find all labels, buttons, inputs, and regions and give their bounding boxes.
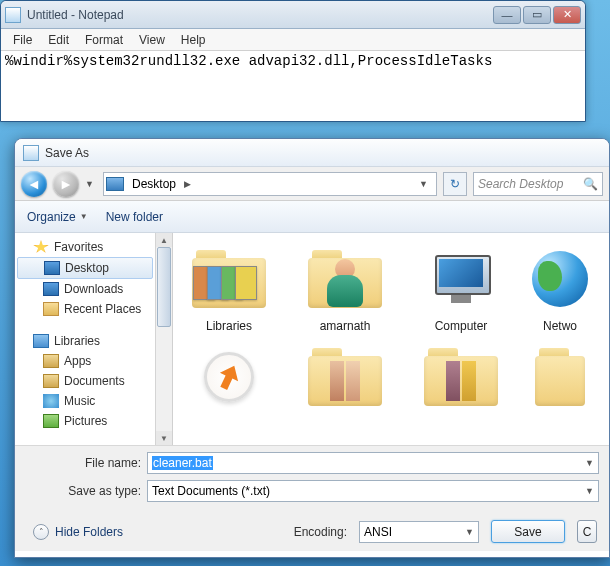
refresh-button[interactable]: ↻	[443, 172, 467, 196]
save-button[interactable]: Save	[491, 520, 565, 543]
new-folder-button[interactable]: New folder	[106, 210, 163, 224]
minimize-button[interactable]: —	[493, 6, 521, 24]
maximize-button[interactable]: ▭	[523, 6, 551, 24]
close-button[interactable]: ✕	[553, 6, 581, 24]
notepad-textarea[interactable]: %windir%system32rundll32.exe advapi32.dl…	[1, 51, 585, 121]
navigation-tree: Favorites Desktop Downloads Recent Place…	[15, 233, 173, 445]
navigation-bar: ◄ ► ▼ Desktop ▶ ▼ ↻ Search Desktop 🔍	[15, 167, 609, 201]
filename-label: File name:	[25, 456, 141, 470]
saveas-app-icon	[23, 145, 39, 161]
tree-item-downloads[interactable]: Downloads	[15, 279, 155, 299]
item-folder-2[interactable]	[409, 339, 513, 415]
recent-icon	[43, 302, 59, 316]
toolbar: Organize ▼ New folder	[15, 201, 609, 233]
downloads-icon	[43, 282, 59, 296]
savetype-combo[interactable]: Text Documents (*.txt) ▼	[147, 480, 599, 502]
breadcrumb-arrow-icon[interactable]: ▶	[182, 179, 193, 189]
search-placeholder: Search Desktop	[478, 177, 563, 191]
filename-input[interactable]: cleaner.bat ▼	[147, 452, 599, 474]
chevron-down-icon[interactable]: ▼	[585, 458, 594, 468]
star-icon	[33, 240, 49, 254]
menu-help[interactable]: Help	[173, 30, 214, 50]
scroll-thumb[interactable]	[157, 247, 171, 327]
chevron-down-icon[interactable]: ▼	[585, 486, 594, 496]
tree-favorites-header[interactable]: Favorites	[15, 237, 155, 257]
folder-icon	[424, 348, 498, 406]
hide-folders-button[interactable]: ˄ Hide Folders	[33, 524, 123, 540]
organize-label: Organize	[27, 210, 76, 224]
savetype-label: Save as type:	[25, 484, 141, 498]
tree-item-documents[interactable]: Documents	[15, 371, 155, 391]
new-folder-label: New folder	[106, 210, 163, 224]
item-folder-1[interactable]	[293, 339, 397, 415]
hide-folders-label: Hide Folders	[55, 525, 123, 539]
tree-scrollbar[interactable]: ▲ ▼	[155, 233, 172, 445]
scroll-down-icon[interactable]: ▼	[156, 431, 172, 445]
breadcrumb-bar[interactable]: Desktop ▶ ▼	[103, 172, 437, 196]
notepad-titlebar[interactable]: Untitled - Notepad — ▭ ✕	[1, 1, 585, 29]
encoding-value: ANSI	[364, 525, 392, 539]
search-icon: 🔍	[583, 177, 598, 191]
scroll-up-icon[interactable]: ▲	[156, 233, 172, 247]
folder-icon	[308, 348, 382, 406]
filename-value: cleaner.bat	[152, 456, 213, 470]
menu-view[interactable]: View	[131, 30, 173, 50]
folder-icon	[192, 250, 266, 308]
item-libraries[interactable]: Libraries	[177, 241, 281, 333]
item-network[interactable]: Netwo	[525, 241, 595, 333]
tree-item-pictures[interactable]: Pictures	[15, 411, 155, 431]
music-icon	[43, 394, 59, 408]
savetype-value: Text Documents (*.txt)	[152, 484, 270, 498]
notepad-menubar: File Edit Format View Help	[1, 29, 585, 51]
chevron-down-icon: ▼	[80, 212, 88, 221]
computer-icon	[431, 255, 491, 303]
history-dropdown-icon[interactable]: ▼	[85, 179, 97, 189]
menu-edit[interactable]: Edit	[40, 30, 77, 50]
dialog-bottom-bar: ˄ Hide Folders Encoding: ANSI ▼ Save C	[15, 512, 609, 551]
folder-icon	[535, 348, 585, 406]
organize-menu[interactable]: Organize ▼	[27, 210, 88, 224]
user-icon	[321, 259, 369, 307]
folder-icon	[308, 250, 382, 308]
saveas-body: Favorites Desktop Downloads Recent Place…	[15, 233, 609, 445]
encoding-combo[interactable]: ANSI ▼	[359, 521, 479, 543]
notepad-title: Untitled - Notepad	[27, 8, 493, 22]
forward-button[interactable]: ►	[53, 171, 79, 197]
item-computer[interactable]: Computer	[409, 241, 513, 333]
save-fields: File name: cleaner.bat ▼ Save as type: T…	[15, 445, 609, 512]
apps-icon	[43, 354, 59, 368]
breadcrumb-location[interactable]: Desktop	[128, 177, 180, 191]
saveas-title: Save As	[45, 146, 89, 160]
tree-item-music[interactable]: Music	[15, 391, 155, 411]
item-shortcut-1[interactable]	[177, 339, 281, 415]
file-list[interactable]: Libraries amarnath Computer Netwo	[173, 233, 609, 445]
tree-item-desktop[interactable]: Desktop	[17, 257, 153, 279]
chevron-down-icon[interactable]: ▼	[465, 527, 474, 537]
back-button[interactable]: ◄	[21, 171, 47, 197]
tree-libraries-header[interactable]: Libraries	[15, 331, 155, 351]
pictures-icon	[43, 414, 59, 428]
tree-item-apps[interactable]: Apps	[15, 351, 155, 371]
desktop-icon	[106, 177, 124, 191]
saveas-titlebar[interactable]: Save As	[15, 139, 609, 167]
menu-format[interactable]: Format	[77, 30, 131, 50]
save-as-dialog: Save As ◄ ► ▼ Desktop ▶ ▼ ↻ Search Deskt…	[14, 138, 610, 558]
search-input[interactable]: Search Desktop 🔍	[473, 172, 603, 196]
window-buttons: — ▭ ✕	[493, 6, 581, 24]
menu-file[interactable]: File	[5, 30, 40, 50]
chevron-up-icon: ˄	[33, 524, 49, 540]
item-folder-3[interactable]	[525, 339, 595, 415]
documents-icon	[43, 374, 59, 388]
globe-icon	[532, 251, 588, 307]
tree-item-recent[interactable]: Recent Places	[15, 299, 155, 319]
notepad-window: Untitled - Notepad — ▭ ✕ File Edit Forma…	[0, 0, 586, 122]
libraries-icon	[33, 334, 49, 348]
power-icon	[204, 352, 254, 402]
breadcrumb-dropdown-icon[interactable]: ▼	[413, 179, 434, 189]
desktop-icon	[44, 261, 60, 275]
notepad-app-icon	[5, 7, 21, 23]
item-user-amarnath[interactable]: amarnath	[293, 241, 397, 333]
encoding-label: Encoding:	[294, 525, 347, 539]
cancel-button[interactable]: C	[577, 520, 597, 543]
